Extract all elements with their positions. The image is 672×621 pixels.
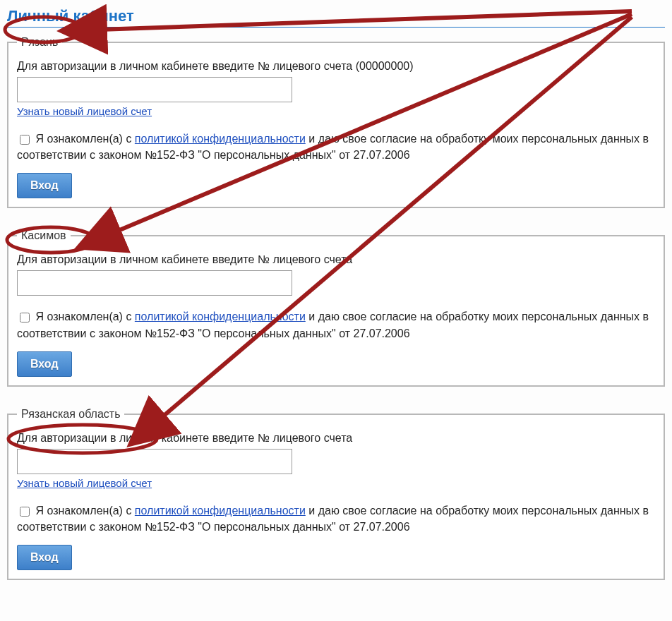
page-title: Личный кабинет (7, 7, 665, 28)
consent-row: Я ознакомлен(а) с политикой конфиденциал… (17, 131, 655, 163)
consent-row: Я ознакомлен(а) с политикой конфиденциал… (17, 502, 655, 535)
new-account-link[interactable]: Узнать новый лицевой счет (17, 105, 152, 117)
privacy-policy-link[interactable]: политикой конфиденциальности (135, 310, 306, 322)
consent-checkbox[interactable] (20, 507, 30, 517)
account-number-input[interactable] (17, 77, 292, 102)
section-legend: Касимов (17, 229, 71, 242)
account-number-input[interactable] (17, 449, 292, 474)
consent-row: Я ознакомлен(а) с политикой конфиденциал… (17, 308, 655, 341)
new-account-link[interactable]: Узнать новый лицевой счет (17, 477, 152, 489)
consent-checkbox[interactable] (20, 135, 30, 145)
instruction-text: Для авторизации в личном кабинете введит… (17, 60, 655, 73)
login-section-ryazan-oblast: Рязанская область Для авторизации в личн… (7, 408, 665, 580)
privacy-policy-link[interactable]: политикой конфиденциальности (135, 505, 306, 517)
consent-prefix: Я ознакомлен(а) с (35, 310, 134, 322)
login-button[interactable]: Вход (17, 545, 72, 570)
account-number-input[interactable] (17, 270, 292, 296)
login-button[interactable]: Вход (17, 173, 72, 198)
section-legend: Рязанская область (17, 408, 124, 421)
consent-prefix: Я ознакомлен(а) с (35, 133, 134, 145)
instruction-text: Для авторизации в личном кабинете введит… (17, 253, 655, 266)
privacy-policy-link[interactable]: политикой конфиденциальности (135, 133, 306, 145)
section-legend: Рязань (17, 36, 62, 49)
consent-prefix: Я ознакомлен(а) с (35, 505, 134, 517)
login-section-ryazan: Рязань Для авторизации в личном кабинете… (7, 36, 665, 208)
consent-checkbox[interactable] (20, 313, 30, 322)
login-button[interactable]: Вход (17, 351, 72, 377)
instruction-text: Для авторизации в личном кабинете введит… (17, 432, 655, 445)
login-section-kasimov: Касимов Для авторизации в личном кабинет… (7, 229, 665, 386)
